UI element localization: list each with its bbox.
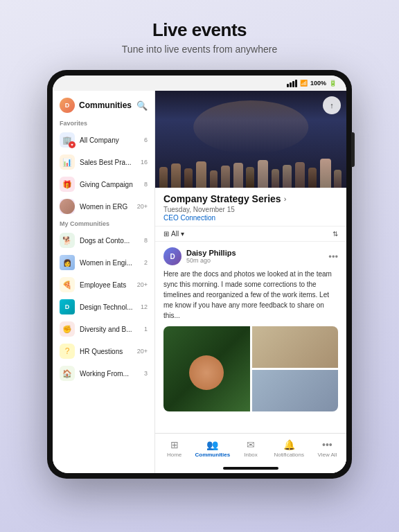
signal-bar-1 (287, 84, 289, 87)
sidebar-item-giving[interactable]: 🎁 Giving Campaign 8 (53, 173, 154, 195)
diversity-icon: ✊ (60, 321, 75, 337)
signal-bars (287, 80, 297, 87)
sidebar-item-name: Women in ERG (80, 203, 132, 211)
event-link[interactable]: CEO Connection (163, 214, 338, 222)
filter-icon: ⊞ (163, 230, 169, 238)
search-icon[interactable]: 🔍 (136, 100, 148, 111)
sidebar-item-women-eng[interactable]: 👩 Women in Engi... 2 (53, 251, 154, 274)
tab-view-all-label: View All (317, 452, 337, 458)
favorites-label: Favorites (53, 117, 154, 129)
sidebar-item-hr[interactable]: ? HR Questions 20+ (53, 340, 154, 362)
sidebar-item-count: 12 (141, 303, 148, 310)
hr-icon: ? (60, 344, 75, 359)
post-author-info: Daisy Phillips 50m ago (186, 249, 323, 264)
event-date: Tuesday, November 15 (163, 206, 338, 213)
sidebar: D Communities 🔍 Favorites 🏢 ♥ All Compan… (53, 91, 155, 473)
event-title[interactable]: Company Strategy Series (163, 193, 281, 204)
signal-bar-3 (292, 81, 294, 87)
sidebar-item-count: 3 (144, 370, 148, 377)
sidebar-item-name: Dogs at Conto... (80, 237, 139, 245)
post-text: Here are the docs and photos we looked a… (163, 269, 338, 321)
sidebar-item-sales[interactable]: 📊 Sales Best Pra... 16 (53, 151, 154, 173)
share-button[interactable]: ↑ (323, 96, 341, 114)
tablet-device: 📶 100% 🔋 D Communities 🔍 Favorites (47, 70, 352, 479)
battery-text: 100% (310, 80, 326, 87)
sidebar-item-count: 20+ (137, 348, 148, 355)
post-images (163, 326, 338, 411)
signal-bar-2 (290, 82, 292, 87)
post-more-button[interactable]: ••• (328, 251, 338, 262)
view-all-icon: ••• (322, 439, 332, 450)
app-layout: D Communities 🔍 Favorites 🏢 ♥ All Compan… (53, 91, 346, 473)
sidebar-header: D Communities 🔍 (53, 91, 154, 117)
sidebar-item-dogs[interactable]: 🐕 Dogs at Conto... 8 (53, 229, 154, 251)
sidebar-title-row: D Communities (60, 98, 132, 113)
battery-icon: 🔋 (329, 80, 337, 87)
sidebar-item-name: Giving Campaign (80, 181, 139, 188)
employee-eats-icon: 🍕 (60, 277, 75, 292)
filter-chevron-icon: ▾ (181, 230, 184, 238)
sidebar-item-name: Working From... (80, 370, 139, 378)
tab-inbox-label: Inbox (244, 452, 258, 458)
post-image-3 (252, 370, 339, 411)
sidebar-item-count: 8 (144, 181, 148, 188)
sidebar-item-women-erg[interactable]: Women in ERG 20+ (53, 195, 154, 218)
notifications-icon: 🔔 (283, 439, 295, 450)
tab-communities[interactable]: 👥 Communities (193, 437, 231, 460)
sidebar-item-name: HR Questions (80, 348, 132, 355)
tablet-power-button (351, 132, 355, 167)
hero-area: ↑ (155, 91, 346, 188)
all-company-icon: 🏢 ♥ (60, 132, 75, 148)
sidebar-item-count: 6 (144, 136, 148, 143)
dogs-icon: 🐕 (60, 233, 75, 248)
home-indicator-bar (155, 463, 346, 473)
post-header: D Daisy Phillips 50m ago ••• (163, 247, 338, 265)
sort-icon[interactable]: ⇅ (332, 230, 338, 238)
post-image-1 (163, 326, 250, 411)
avatar: D (60, 98, 75, 113)
home-indicator (223, 467, 278, 470)
status-bar: 📶 100% 🔋 (53, 76, 346, 91)
main-content: ↑ Company Strategy Series › Tuesday, Nov… (155, 91, 346, 473)
post-timestamp: 50m ago (186, 257, 323, 264)
sidebar-item-name: Employee Eats (80, 281, 132, 289)
sidebar-item-name: Sales Best Pra... (80, 159, 136, 166)
event-info: Company Strategy Series › Tuesday, Novem… (155, 188, 346, 227)
page-subtitle: Tune into live events from anywhere (122, 44, 277, 55)
tab-home-label: Home (167, 452, 181, 458)
my-communities-label: My Communities (53, 218, 154, 229)
sidebar-item-count: 20+ (137, 203, 148, 210)
giving-icon: 🎁 (60, 177, 75, 192)
sidebar-item-all-company[interactable]: 🏢 ♥ All Company 6 (53, 129, 154, 151)
signal-bar-4 (295, 80, 297, 87)
feed-filter[interactable]: ⊞ All ▾ (163, 230, 184, 238)
women-eng-icon: 👩 (60, 255, 75, 270)
sidebar-item-working-from[interactable]: 🏠 Working From... 3 (53, 362, 154, 384)
page-title: Live events (122, 19, 277, 41)
home-icon: ⊞ (170, 439, 179, 450)
inbox-icon: ✉ (247, 439, 255, 450)
post-author-avatar: D (163, 247, 181, 265)
sidebar-item-count: 2 (144, 259, 148, 266)
tab-notifications[interactable]: 🔔 Notifications (270, 437, 308, 460)
tab-bar: ⊞ Home 👥 Communities ✉ Inbox 🔔 Notificat… (155, 433, 346, 463)
feed-toolbar: ⊞ All ▾ ⇅ (155, 227, 346, 242)
post-area: D Daisy Phillips 50m ago ••• Here are th… (155, 242, 346, 433)
sidebar-item-name: Diversity and B... (80, 326, 139, 333)
hero-image (155, 91, 346, 188)
sidebar-title: Communities (79, 100, 132, 110)
sidebar-item-design-tech[interactable]: D Design Technol... 12 (53, 296, 154, 318)
women-erg-icon (60, 199, 75, 214)
sidebar-item-name: Design Technol... (80, 303, 136, 311)
tablet-screen: 📶 100% 🔋 D Communities 🔍 Favorites (53, 76, 346, 473)
sidebar-item-count: 20+ (137, 281, 148, 288)
sidebar-item-diversity[interactable]: ✊ Diversity and B... 1 (53, 318, 154, 340)
tab-home[interactable]: ⊞ Home (155, 437, 193, 460)
sidebar-item-name: Women in Engi... (80, 259, 139, 267)
tab-inbox[interactable]: ✉ Inbox (231, 437, 269, 460)
sidebar-item-employee-eats[interactable]: 🍕 Employee Eats 20+ (53, 274, 154, 296)
favorite-badge: ♥ (69, 141, 76, 148)
header-section: Live events Tune into live events from a… (122, 0, 277, 66)
post-author-name: Daisy Phillips (186, 249, 323, 257)
tab-view-all[interactable]: ••• View All (308, 437, 346, 460)
